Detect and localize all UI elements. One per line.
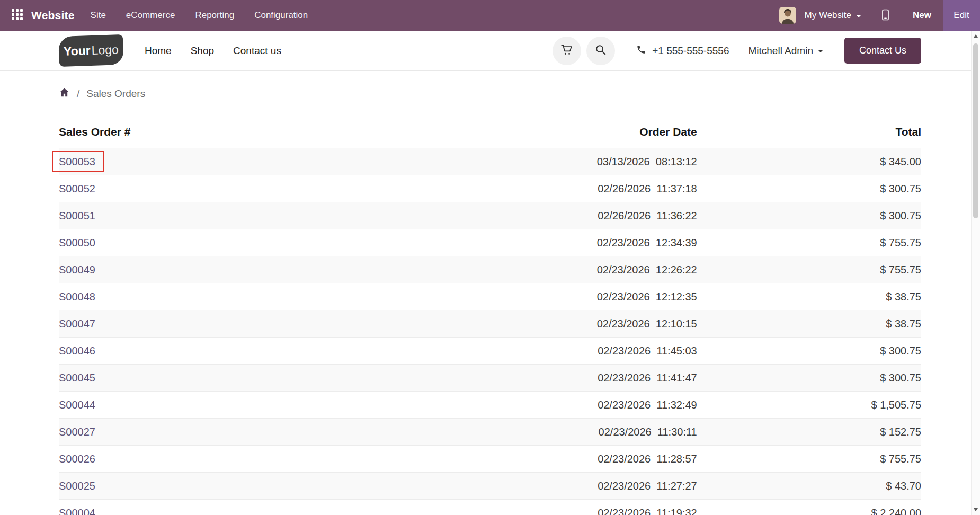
order-link[interactable]: S00047 [59, 318, 95, 330]
triangle-down-icon [974, 508, 978, 511]
nav-contact-us[interactable]: Contact us [233, 45, 281, 57]
website-header: Your Logo Home Shop Contact us [0, 31, 980, 71]
order-total: $ 43.70 [697, 473, 921, 500]
cart-button[interactable] [553, 37, 581, 65]
order-link[interactable]: S00048 [59, 291, 95, 303]
order-date: 02/23/2026 11:30:11 [438, 419, 697, 446]
edit-button[interactable]: Edit [943, 0, 980, 31]
user-menu[interactable]: Mitchell Admin [748, 45, 823, 57]
order-link-wrap: S00025 [59, 480, 95, 492]
order-link[interactable]: S00004 [59, 507, 95, 515]
column-header-order-date: Order Date [438, 121, 697, 148]
header-right: +1 555-555-5556 Mitchell Admin Contact U… [547, 37, 921, 65]
order-date: 02/23/2026 11:41:47 [438, 365, 697, 392]
home-icon [59, 87, 70, 101]
apps-grid-icon [12, 9, 23, 22]
site-logo[interactable]: Your Logo [58, 34, 124, 67]
page-scrollbar[interactable] [971, 31, 980, 515]
table-row: S00027 02/23/2026 11:30:11 $ 152.75 [59, 419, 921, 446]
order-link[interactable]: S00052 [59, 183, 95, 194]
main-content: / Sales Orders Sales Order # Order Date … [59, 87, 921, 515]
logo-text-bold: Your [64, 43, 91, 59]
order-link-wrap: S00027 [59, 425, 95, 438]
order-link[interactable]: S00049 [59, 264, 95, 276]
order-date: 02/23/2026 12:34:39 [438, 229, 697, 256]
column-header-total: Total [697, 121, 921, 148]
chevron-down-icon [856, 15, 861, 17]
order-link[interactable]: S00051 [59, 210, 95, 221]
contact-us-button[interactable]: Contact Us [844, 38, 921, 64]
order-total: $ 38.75 [697, 283, 921, 310]
order-date: 02/23/2026 12:12:35 [438, 283, 697, 310]
menu-site[interactable]: Site [91, 10, 106, 21]
order-link-wrap: S00050 [59, 236, 95, 249]
orders-table: Sales Order # Order Date Total S00053 03… [59, 121, 921, 515]
nav-shop[interactable]: Shop [191, 45, 214, 57]
order-total: $ 755.75 [697, 229, 921, 256]
table-row: S00050 02/23/2026 12:34:39 $ 755.75 [59, 229, 921, 256]
order-link[interactable]: S00046 [59, 345, 95, 357]
table-row: S00004 02/23/2026 11:19:32 $ 2,240.00 [59, 500, 921, 515]
search-button[interactable] [586, 37, 615, 65]
cart-icon [561, 44, 573, 57]
logo-text-light: Logo [91, 42, 119, 58]
order-total: $ 755.75 [697, 446, 921, 473]
order-date: 02/26/2026 11:36:22 [438, 202, 697, 229]
breadcrumb-separator: / [77, 88, 79, 100]
order-link[interactable]: S00053 [59, 156, 95, 167]
table-row: S00052 02/26/2026 11:37:18 $ 300.75 [59, 175, 921, 202]
navbar-menus: Site eCommerce Reporting Configuration [91, 10, 308, 21]
order-total: $ 2,240.00 [697, 500, 921, 515]
order-link-wrap: S00044 [59, 398, 95, 411]
nav-home[interactable]: Home [145, 45, 172, 57]
order-link[interactable]: S00050 [59, 237, 95, 248]
table-row: S00044 02/23/2026 11:32:49 $ 1,505.75 [59, 392, 921, 419]
table-row: S00026 02/23/2026 11:28:57 $ 755.75 [59, 446, 921, 473]
menu-ecommerce[interactable]: eCommerce [126, 10, 175, 21]
search-icon [595, 44, 607, 57]
menu-reporting[interactable]: Reporting [195, 10, 234, 21]
order-total: $ 345.00 [697, 148, 921, 175]
scrollbar-thumb[interactable] [973, 43, 978, 218]
breadcrumb-home-link[interactable] [59, 87, 70, 101]
table-row: S00053 03/13/2026 08:13:12 $ 345.00 [59, 148, 921, 175]
new-button[interactable]: New [901, 0, 943, 31]
order-link[interactable]: S00027 [59, 426, 95, 438]
order-link[interactable]: S00045 [59, 372, 95, 384]
table-row: S00051 02/26/2026 11:36:22 $ 300.75 [59, 202, 921, 229]
order-link-wrap: S00045 [59, 371, 95, 384]
order-link-wrap: S00026 [59, 452, 95, 465]
scrollbar-up-arrow[interactable] [972, 32, 980, 40]
table-header-row: Sales Order # Order Date Total [59, 121, 921, 148]
order-date: 02/23/2026 11:45:03 [438, 338, 697, 365]
phone-number: +1 555-555-5556 [652, 45, 729, 57]
chevron-down-icon [818, 50, 823, 52]
order-link[interactable]: S00044 [59, 399, 95, 411]
website-selector[interactable]: My Website [805, 10, 862, 21]
apps-menu-button[interactable] [6, 6, 28, 25]
phone-link[interactable]: +1 555-555-5556 [636, 45, 729, 57]
website-selector-label: My Website [805, 10, 852, 21]
table-row: S00047 02/23/2026 12:10:15 $ 38.75 [59, 310, 921, 338]
order-link-wrap: S00053 [59, 155, 95, 168]
order-link-wrap: S00052 [59, 182, 95, 195]
order-total: $ 152.75 [697, 419, 921, 446]
scrollbar-down-arrow[interactable] [972, 505, 980, 514]
order-link[interactable]: S00025 [59, 480, 95, 492]
navbar-left: Website Site eCommerce Reporting Configu… [6, 0, 308, 31]
order-total: $ 1,505.75 [697, 392, 921, 419]
order-date: 02/23/2026 12:26:22 [438, 256, 697, 283]
mobile-icon [880, 8, 890, 23]
breadcrumb: / Sales Orders [59, 87, 921, 101]
site-nav: Home Shop Contact us [145, 45, 281, 57]
order-link[interactable]: S00026 [59, 453, 95, 465]
triangle-up-icon [974, 34, 978, 38]
mobile-preview-button[interactable] [877, 5, 894, 26]
phone-icon [636, 45, 646, 57]
user-avatar[interactable] [779, 7, 796, 24]
table-row: S00025 02/23/2026 11:27:27 $ 43.70 [59, 473, 921, 500]
breadcrumb-current: Sales Orders [86, 88, 145, 100]
table-row: S00046 02/23/2026 11:45:03 $ 300.75 [59, 338, 921, 365]
menu-configuration[interactable]: Configuration [254, 10, 308, 21]
order-total: $ 300.75 [697, 202, 921, 229]
